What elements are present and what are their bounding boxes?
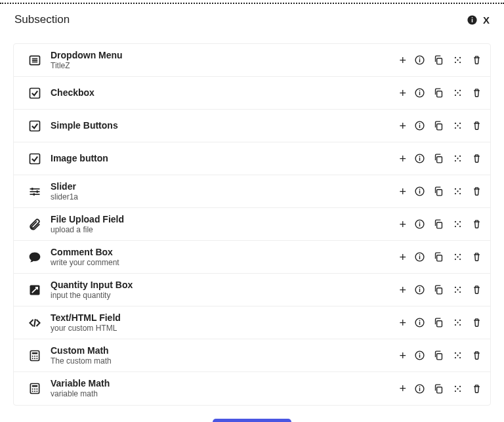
delete-icon[interactable]: [471, 350, 482, 361]
info-icon[interactable]: [414, 350, 425, 361]
element-actions: +: [399, 87, 482, 99]
info-icon[interactable]: [414, 87, 425, 98]
svg-rect-1: [472, 19, 472, 22]
move-icon[interactable]: [452, 284, 463, 295]
add-icon[interactable]: +: [399, 87, 406, 99]
element-row[interactable]: Sliderslider1a+: [14, 175, 490, 208]
element-title: Custom Math: [51, 345, 399, 356]
element-subtitle: slider1a: [51, 192, 399, 203]
move-icon[interactable]: [452, 219, 463, 230]
info-icon[interactable]: [414, 317, 425, 328]
delete-icon[interactable]: [471, 54, 482, 66]
info-icon[interactable]: [414, 219, 425, 230]
element-subtitle: write your comment: [51, 258, 399, 268]
move-icon[interactable]: [452, 383, 463, 394]
calc-icon: [22, 382, 48, 395]
element-title: Slider: [51, 180, 399, 192]
copy-icon[interactable]: [433, 251, 444, 263]
delete-icon[interactable]: [471, 219, 482, 230]
copy-icon[interactable]: [433, 120, 444, 131]
element-actions: +: [399, 54, 482, 66]
copy-icon[interactable]: [433, 186, 444, 197]
element-subtitle: variable math: [51, 389, 399, 400]
close-button[interactable]: X: [483, 14, 490, 26]
copy-icon[interactable]: [433, 87, 444, 98]
delete-icon[interactable]: [471, 87, 482, 98]
move-icon[interactable]: [452, 186, 463, 197]
move-icon[interactable]: [452, 251, 463, 263]
element-actions: +: [399, 350, 482, 362]
element-list: Dropdown MenuTitleZ+Checkbox+Simple Butt…: [13, 43, 491, 406]
move-icon[interactable]: [452, 317, 463, 328]
element-subtitle: upload a file: [51, 225, 399, 236]
add-element-button[interactable]: + Add Element: [213, 419, 292, 422]
element-row[interactable]: Quantity Input Boxinput the quantity+: [14, 274, 490, 306]
delete-icon[interactable]: [471, 120, 482, 131]
element-actions: +: [399, 153, 482, 165]
info-icon[interactable]: [414, 54, 425, 66]
delete-icon[interactable]: [471, 251, 482, 263]
code-icon: [22, 316, 48, 329]
info-icon[interactable]: [414, 284, 425, 295]
delete-icon[interactable]: [471, 153, 482, 164]
element-row[interactable]: Checkbox+: [14, 77, 490, 110]
element-row[interactable]: Custom MathThe custom math+: [14, 339, 490, 372]
comment-icon: [22, 251, 48, 264]
move-icon[interactable]: [452, 350, 463, 361]
add-icon[interactable]: +: [399, 54, 406, 66]
move-icon[interactable]: [452, 120, 463, 131]
element-row[interactable]: Image button+: [14, 142, 490, 175]
add-icon[interactable]: +: [399, 120, 406, 132]
delete-icon[interactable]: [471, 186, 482, 197]
element-text: Comment Boxwrite your comment: [48, 246, 399, 268]
element-text: Sliderslider1a: [48, 180, 399, 203]
element-text: Custom MathThe custom math: [48, 345, 399, 367]
sliders-icon: [22, 185, 48, 198]
element-title: Variable Math: [51, 377, 399, 389]
add-icon[interactable]: +: [399, 284, 406, 296]
add-icon[interactable]: +: [399, 153, 406, 165]
copy-icon[interactable]: [433, 54, 444, 66]
add-icon[interactable]: +: [399, 383, 406, 394]
element-actions: +: [399, 120, 482, 132]
check-icon: [22, 119, 48, 133]
element-subtitle: The custom math: [51, 356, 399, 367]
copy-icon[interactable]: [433, 284, 444, 295]
add-icon[interactable]: +: [399, 186, 406, 198]
element-row[interactable]: Simple Buttons+: [14, 110, 490, 142]
element-row[interactable]: Variable Mathvariable math+: [14, 372, 490, 405]
element-text: Text/HTML Fieldyour custom HTML: [48, 312, 399, 334]
element-row[interactable]: Comment Boxwrite your comment+: [14, 241, 490, 274]
check-icon: [22, 87, 48, 100]
element-text: Simple Buttons: [48, 119, 399, 131]
copy-icon[interactable]: [433, 350, 444, 361]
delete-icon[interactable]: [471, 317, 482, 328]
copy-icon[interactable]: [433, 317, 444, 328]
element-row[interactable]: Text/HTML Fieldyour custom HTML+: [14, 306, 490, 339]
info-icon[interactable]: [414, 186, 425, 197]
add-icon[interactable]: +: [399, 350, 406, 362]
add-icon[interactable]: +: [399, 251, 406, 263]
copy-icon[interactable]: [433, 153, 444, 164]
element-actions: +: [399, 219, 482, 230]
info-icon[interactable]: [467, 14, 478, 26]
element-actions: +: [399, 186, 482, 198]
add-icon[interactable]: +: [399, 317, 406, 329]
element-row[interactable]: Dropdown MenuTitleZ+: [14, 44, 490, 77]
add-icon[interactable]: +: [399, 219, 406, 230]
copy-icon[interactable]: [433, 219, 444, 230]
delete-icon[interactable]: [471, 284, 482, 295]
element-row[interactable]: File Upload Fieldupload a file+: [14, 208, 490, 241]
element-text: Checkbox: [48, 87, 399, 98]
move-icon[interactable]: [452, 153, 463, 164]
copy-icon[interactable]: [433, 383, 444, 394]
info-icon[interactable]: [414, 383, 425, 394]
element-title: Simple Buttons: [51, 119, 399, 131]
info-icon[interactable]: [414, 120, 425, 131]
delete-icon[interactable]: [471, 383, 482, 394]
move-icon[interactable]: [452, 54, 463, 66]
element-subtitle: input the quantity: [51, 291, 399, 301]
info-icon[interactable]: [414, 251, 425, 263]
info-icon[interactable]: [414, 153, 425, 164]
move-icon[interactable]: [452, 87, 463, 98]
